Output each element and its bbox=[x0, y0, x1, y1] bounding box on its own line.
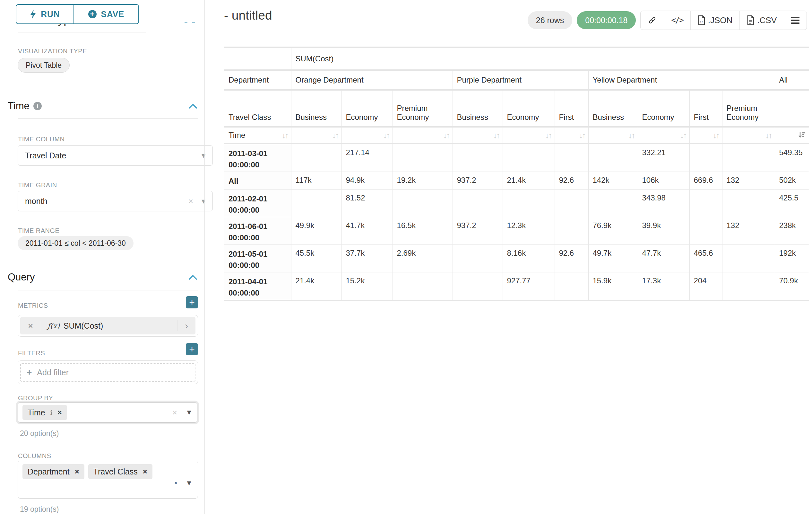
section-divider bbox=[18, 118, 198, 118]
cell bbox=[722, 272, 775, 300]
cell: 92.6 bbox=[555, 245, 588, 272]
time-grain-select[interactable]: month × ▾ bbox=[18, 191, 213, 211]
cell bbox=[722, 190, 775, 217]
columns-select[interactable]: Department × Travel Class × × ▼ bbox=[18, 461, 198, 498]
sort-icon[interactable]: ↓↑ bbox=[713, 131, 719, 140]
cell bbox=[689, 217, 722, 245]
chevron-up-icon[interactable] bbox=[188, 275, 197, 280]
group-by-chip-time[interactable]: Time i × bbox=[23, 405, 67, 420]
cell: 192k bbox=[775, 245, 809, 272]
metric-header-row: SUM(Cost) bbox=[224, 48, 809, 70]
remove-metric-icon[interactable]: × bbox=[20, 321, 41, 331]
table-row-all: All 117k 94.9k 19.2k 937.2 21.4k 92.6 14… bbox=[224, 172, 809, 190]
sort-descending-icon[interactable] bbox=[798, 131, 806, 139]
run-button[interactable]: RUN bbox=[17, 5, 74, 23]
sort-icon[interactable]: ↓↑ bbox=[629, 131, 635, 140]
clear-icon[interactable]: × bbox=[172, 408, 177, 417]
cell bbox=[502, 190, 555, 217]
sort-icon[interactable]: ↓↑ bbox=[332, 131, 338, 140]
time-section-header[interactable]: Time i bbox=[8, 100, 197, 112]
sort-icon[interactable]: ↓↑ bbox=[282, 131, 288, 140]
chevron-right-icon[interactable]: › bbox=[177, 320, 196, 331]
time-range-value: 2011-01-01 ≤ col < 2011-06-30 bbox=[25, 239, 126, 248]
sort-icon[interactable]: ↓↑ bbox=[765, 131, 772, 140]
cell: 21.4k bbox=[502, 172, 555, 190]
export-json-button[interactable]: ‹› .JSON bbox=[690, 11, 740, 30]
cell: 117k bbox=[291, 172, 342, 190]
info-icon[interactable]: i bbox=[50, 408, 52, 417]
sort-header-row: Time ↓↑ ↓↑ ↓↑ ↓↑ ↓↑ ↓↑ ↓↑ ↓↑ ↓↑ ↓↑ ↓↑ bbox=[224, 127, 809, 143]
add-metric-button[interactable]: + bbox=[186, 296, 198, 308]
columns-chip-department[interactable]: Department × bbox=[23, 464, 84, 479]
sort-icon[interactable]: ↓↑ bbox=[579, 131, 585, 140]
chip-label: Department bbox=[28, 467, 70, 477]
time-column-select[interactable]: Travel Date ▾ bbox=[18, 145, 213, 166]
sort-icon[interactable]: ↓↑ bbox=[680, 131, 686, 140]
group-by-select[interactable]: Time i × × ▼ bbox=[18, 402, 197, 423]
group-by-hint: 20 option(s) bbox=[20, 429, 59, 438]
scrolled-icon-remnant bbox=[192, 22, 195, 23]
query-section-header[interactable]: Query bbox=[8, 271, 197, 283]
cell bbox=[291, 143, 342, 172]
cell: 937.2 bbox=[453, 172, 502, 190]
plus-circle-icon: + bbox=[88, 10, 96, 18]
save-button[interactable]: + SAVE bbox=[74, 5, 138, 23]
clear-icon[interactable]: × bbox=[188, 196, 193, 206]
viz-type-pill[interactable]: Pivot Table bbox=[18, 58, 70, 73]
chevron-up-icon[interactable] bbox=[188, 104, 197, 109]
time-range-pill[interactable]: 2011-01-01 ≤ col < 2011-06-30 bbox=[18, 236, 134, 250]
sort-icon[interactable]: ↓↑ bbox=[545, 131, 551, 140]
table-row: 2011-02-01 00:00:00 81.52 343.98 425.5 bbox=[224, 190, 809, 217]
chart-title[interactable]: - untitled bbox=[224, 8, 272, 23]
cell: 47.7k bbox=[638, 245, 689, 272]
function-icon: ƒ(x) bbox=[48, 322, 60, 330]
remove-chip-icon[interactable]: × bbox=[57, 408, 62, 417]
cell bbox=[689, 190, 722, 217]
metric-pill[interactable]: × ƒ(x) SUM(Cost) › bbox=[20, 317, 196, 334]
col-header: Business bbox=[291, 90, 342, 127]
cell: 16.5k bbox=[393, 217, 453, 245]
sort-icon[interactable]: ↓↑ bbox=[443, 131, 449, 140]
panel-divider[interactable] bbox=[204, 0, 205, 514]
columns-hint: 19 option(s) bbox=[20, 505, 59, 514]
cell: 94.9k bbox=[342, 172, 393, 190]
export-csv-button[interactable]: .CSV bbox=[740, 11, 784, 30]
row-label: 2011-02-01 00:00:00 bbox=[224, 190, 291, 217]
cell bbox=[393, 272, 453, 300]
save-button-label: SAVE bbox=[101, 9, 124, 19]
info-icon[interactable]: i bbox=[33, 102, 42, 110]
columns-chip-travel-class[interactable]: Travel Class × bbox=[88, 464, 152, 479]
sort-icon[interactable]: ↓↑ bbox=[493, 131, 499, 140]
run-save-button-group: RUN + SAVE bbox=[16, 4, 139, 24]
cell: 343.98 bbox=[638, 190, 689, 217]
cell bbox=[588, 143, 638, 172]
more-options-button[interactable] bbox=[784, 11, 807, 30]
clear-icon[interactable]: × bbox=[174, 480, 177, 486]
sort-cell: ↓↑ bbox=[393, 127, 453, 143]
add-filter-plus-button[interactable]: + bbox=[186, 343, 198, 355]
embed-code-button[interactable]: </> bbox=[664, 11, 690, 30]
copy-link-button[interactable] bbox=[641, 11, 664, 30]
cell: 2.69k bbox=[393, 245, 453, 272]
remove-chip-icon[interactable]: × bbox=[143, 467, 147, 476]
section-divider bbox=[18, 32, 146, 32]
corner-cell bbox=[224, 48, 291, 70]
table-row: 2011-05-01 00:00:00 45.5k 37.7k 2.69k 8.… bbox=[224, 245, 809, 272]
sort-cell: ↓↑ bbox=[689, 127, 722, 143]
result-toolbar: 26 rows 00:00:00.18 </> ‹› bbox=[528, 10, 807, 30]
row-dim-travel-class: Travel Class bbox=[224, 90, 291, 127]
cell: 106k bbox=[638, 172, 689, 190]
sort-icon[interactable]: ↓↑ bbox=[383, 131, 389, 140]
cell bbox=[689, 143, 722, 172]
travel-class-header-row: Travel Class Business Economy Premium Ec… bbox=[224, 90, 809, 127]
row-label: 2011-06-01 00:00:00 bbox=[224, 217, 291, 245]
viz-type-value: Pivot Table bbox=[26, 61, 62, 70]
export-button-group: </> ‹› .JSON .CSV bbox=[640, 10, 807, 30]
chip-label: Time bbox=[28, 408, 45, 417]
row-label: 2011-03-01 00:00:00 bbox=[224, 143, 291, 172]
cell bbox=[555, 272, 588, 300]
metric-header-cell: SUM(Cost) bbox=[291, 48, 809, 70]
add-filter-button[interactable]: + Add filter bbox=[20, 363, 196, 382]
remove-chip-icon[interactable]: × bbox=[75, 467, 79, 476]
cell bbox=[393, 190, 453, 217]
